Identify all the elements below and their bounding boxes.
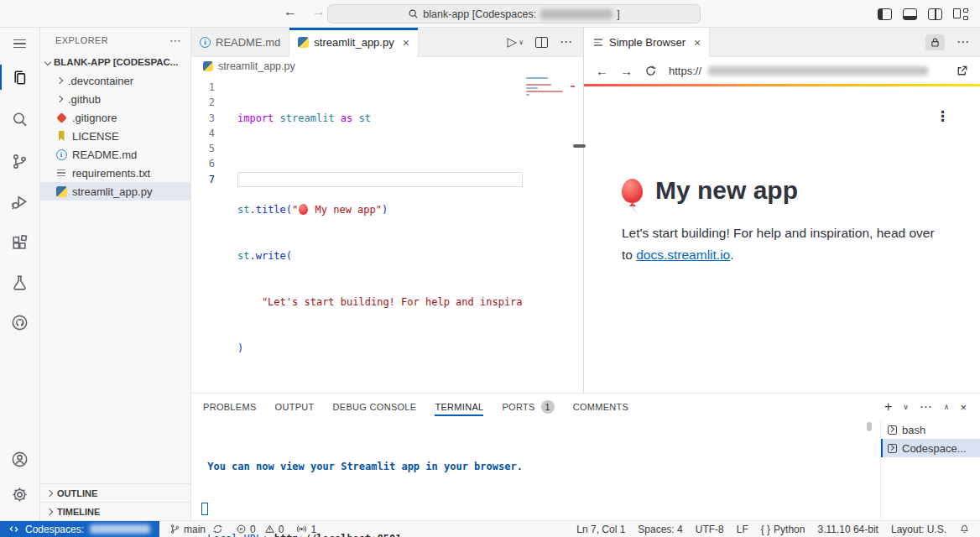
code-content[interactable]: import streamlit as st st.title(" My new…	[237, 80, 526, 393]
terminal-instance-bash[interactable]: bash	[881, 420, 980, 439]
code-editor[interactable]: 1 2 3 4 5 6 7 import streamlit as st st.…	[191, 76, 583, 393]
ports-badge: 1	[541, 400, 555, 414]
tree-item-gitignore[interactable]: .gitignore	[40, 108, 190, 127]
tree-item-streamlit-app[interactable]: streamlit_app.py	[40, 182, 190, 201]
terminal-instances-list: bash Codespace...	[880, 420, 980, 520]
remote-indicator[interactable]: Codespaces:	[0, 521, 159, 537]
tab-streamlit-app[interactable]: streamlit_app.py ×	[289, 28, 419, 57]
branch-icon	[169, 524, 180, 534]
tab-ports[interactable]: PORTS1	[502, 394, 554, 420]
explorer-sidebar: EXPLORER ⋯ BLANK-APP [CODESPAC... .devco…	[40, 28, 191, 520]
menu-icon[interactable]	[0, 28, 39, 60]
editor-tabstrip: i README.md streamlit_app.py × ▷∨ ⋯	[191, 28, 583, 57]
tree-item-requirements[interactable]: requirements.txt	[40, 164, 190, 182]
tree-item-readme[interactable]: i README.md	[40, 145, 190, 164]
notifications-bell[interactable]	[959, 524, 970, 534]
eol-status[interactable]: LF	[737, 524, 748, 535]
close-tab-icon[interactable]: ×	[694, 36, 701, 50]
brackets-icon: { }	[761, 524, 770, 535]
open-external-icon[interactable]	[956, 65, 968, 77]
account-icon[interactable]	[0, 441, 39, 477]
explorer-more-actions-icon[interactable]: ⋯	[169, 34, 182, 47]
browser-more-actions-icon[interactable]: ⋯	[957, 34, 970, 50]
tab-simple-browser[interactable]: Simple Browser ×	[584, 28, 710, 57]
extensions-icon[interactable]	[0, 225, 39, 260]
explorer-icon[interactable]	[0, 60, 39, 95]
search-view-icon[interactable]	[0, 102, 39, 137]
tab-output[interactable]: OUTPUT	[275, 394, 315, 420]
breadcrumb[interactable]: streamlit_app.py	[191, 57, 583, 76]
browser-back-icon[interactable]: ←	[596, 64, 608, 78]
panel-scrollbar-thumb[interactable]	[867, 422, 872, 431]
terminal-cursor	[201, 503, 208, 515]
search-icon	[408, 8, 419, 19]
source-control-icon[interactable]	[0, 143, 39, 179]
github-icon[interactable]	[0, 305, 39, 340]
maximize-panel-icon[interactable]: ∧	[944, 403, 950, 411]
tab-comments[interactable]: COMMENTS	[573, 394, 629, 420]
settings-gear-icon[interactable]	[0, 477, 39, 512]
new-terminal-icon[interactable]: +	[884, 399, 892, 414]
testing-icon[interactable]	[0, 264, 39, 300]
run-debug-icon[interactable]	[0, 184, 39, 219]
close-panel-icon[interactable]: ×	[960, 401, 967, 414]
streamlit-app-content: ⋮ My new app Let's start building! For h…	[584, 86, 980, 393]
outline-section[interactable]: OUTLINE	[40, 483, 190, 502]
bell-icon	[959, 524, 970, 534]
tab-readme[interactable]: i README.md	[191, 28, 289, 56]
command-center-search[interactable]: blank-app [Codespaces: ]	[327, 4, 701, 23]
close-tab-icon[interactable]: ×	[403, 36, 409, 50]
streamlit-menu-icon[interactable]: ⋮	[936, 107, 950, 125]
tab-debug-console[interactable]: DEBUG CONSOLE	[333, 394, 417, 420]
tree-item-github[interactable]: .github	[40, 90, 190, 108]
minimap[interactable]	[524, 76, 575, 159]
workspace-title: blank-app [Codespaces:	[423, 8, 536, 20]
tab-terminal[interactable]: TERMINAL	[435, 394, 483, 420]
indentation-status[interactable]: Spaces: 4	[638, 524, 682, 535]
docs-streamlit-link[interactable]: docs.streamlit.io	[636, 248, 730, 262]
list-icon	[592, 37, 604, 49]
editor-more-actions-icon[interactable]: ⋯	[560, 34, 573, 50]
reload-icon[interactable]	[644, 65, 657, 77]
split-editor-icon[interactable]	[535, 37, 548, 48]
chevron-down-icon	[44, 59, 51, 65]
history-forward-icon[interactable]: →	[312, 4, 326, 19]
lock-button[interactable]	[925, 34, 945, 50]
run-dropdown-icon[interactable]: ∨	[519, 39, 524, 46]
balloon-emoji	[622, 179, 643, 203]
toggle-panel-icon[interactable]	[903, 8, 917, 20]
editor-sash-handle[interactable]	[573, 144, 586, 148]
run-python-file-button[interactable]: ▷∨	[508, 34, 524, 50]
browser-tabstrip: Simple Browser × ⋯	[584, 28, 980, 57]
lock-icon	[930, 37, 941, 48]
chevron-right-icon	[56, 77, 63, 84]
tree-item-devcontainer[interactable]: .devcontainer	[40, 71, 190, 90]
customize-layout-icon[interactable]	[953, 8, 968, 20]
git-file-icon	[55, 112, 67, 123]
toggle-sidebar-icon[interactable]	[878, 8, 892, 20]
chevron-right-icon	[46, 489, 53, 496]
explorer-title: EXPLORER	[55, 35, 108, 45]
cursor-position-status[interactable]: Ln 7, Col 1	[576, 524, 625, 535]
toggle-secondary-sidebar-icon[interactable]	[928, 8, 942, 20]
app-body-text: Let's start building! For help and inspi…	[622, 222, 942, 266]
panel-more-actions-icon[interactable]: ⋯	[920, 399, 933, 414]
python-file-icon	[203, 61, 213, 71]
history-back-icon[interactable]: ←	[284, 4, 297, 19]
tab-problems[interactable]: PROBLEMS	[203, 394, 257, 420]
language-status[interactable]: { }Python	[761, 524, 805, 535]
encoding-status[interactable]: UTF-8	[696, 524, 724, 535]
keyboard-layout-status[interactable]: Layout: U.S.	[891, 524, 946, 535]
terminal-bash-icon	[888, 444, 897, 453]
vscode-window: ← → blank-app [Codespaces: ]	[0, 0, 980, 537]
browser-forward-icon[interactable]: →	[620, 64, 633, 78]
timeline-section[interactable]: TIMELINE	[40, 502, 190, 520]
terminal-dropdown-icon[interactable]: ∨	[903, 403, 909, 411]
terminal-output[interactable]: You can now view your Streamlit app in y…	[201, 437, 523, 537]
terminal-instance-codespace[interactable]: Codespace...	[881, 439, 980, 457]
text-file-icon	[55, 167, 67, 179]
editor-group: i README.md streamlit_app.py × ▷∨ ⋯	[191, 28, 583, 393]
tree-root-folder[interactable]: BLANK-APP [CODESPAC...	[40, 53, 190, 71]
tree-item-license[interactable]: LICENSE	[40, 127, 190, 145]
python-version-status[interactable]: 3.11.10 64-bit	[817, 524, 878, 535]
